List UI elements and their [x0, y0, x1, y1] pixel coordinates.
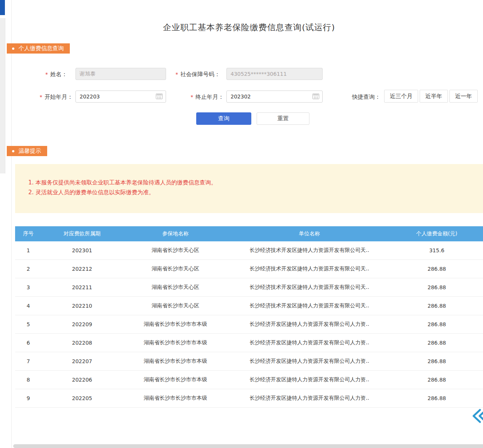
section-label: 个人缴费信息查询 — [18, 45, 64, 52]
tips-notice-box: 1. 本服务仅提供尚未领取企业职工基本养老保险待遇人员的缴费信息查询。 2. 灵… — [15, 164, 483, 213]
cell-unit: 长沙经济技术开发区捷特人力资源开发有限公司天.. — [228, 297, 391, 315]
cell-unit: 长沙经济技术开发区捷特人力资源开发有限公司天.. — [228, 260, 391, 278]
cell-seq: 9 — [15, 389, 42, 407]
cell-period: 202205 — [42, 389, 123, 407]
cell-area: 湖南省长沙市天心区 — [123, 260, 228, 278]
cell-unit: 长沙经济开发区捷特人力资源开发有限公司人力资.. — [228, 352, 391, 370]
cell-period: 202207 — [42, 352, 123, 370]
cell-unit: 长沙经济开发区捷特人力资源开发有限公司人力资.. — [228, 371, 391, 389]
cell-unit: 长沙经济开发区捷特人力资源开发有限公司人力资.. — [228, 315, 391, 333]
col-header-unit: 单位名称 — [228, 226, 391, 241]
table-row: 2 202212 湖南省长沙市天心区 长沙经济技术开发区捷特人力资源开发有限公司… — [15, 260, 483, 278]
quick-query-group: 近三个月 近半年 近一年 — [384, 90, 478, 103]
name-field[interactable] — [75, 68, 166, 80]
quick-btn-last-year[interactable]: 近一年 — [449, 90, 478, 103]
query-button[interactable]: 查询 — [196, 112, 251, 125]
quick-btn-last-half-year[interactable]: 近半年 — [420, 90, 448, 103]
required-asterisk: * — [175, 71, 178, 77]
ssn-field[interactable] — [226, 68, 323, 80]
double-left-chevron-icon[interactable] — [471, 408, 483, 425]
cell-area: 湖南省长沙市长沙市市本级 — [123, 371, 228, 389]
cell-amount: 286.88 — [391, 315, 483, 333]
cell-seq: 6 — [15, 334, 42, 352]
required-asterisk: * — [45, 71, 48, 77]
cell-seq: 5 — [15, 315, 42, 333]
col-header-seq: 序号 — [15, 226, 42, 241]
table-header-row: 序号 对应费款所属期 参保地名称 单位名称 个人缴费金额(元) — [15, 226, 483, 241]
cell-seq: 3 — [15, 278, 42, 296]
start-month-label: *开始年月： — [40, 94, 73, 101]
required-asterisk: * — [191, 94, 193, 100]
page-title: 企业职工基本养老保险缴费信息查询(试运行) — [15, 22, 483, 33]
section-header-tips: 温馨提示 — [7, 146, 47, 156]
cell-period: 202301 — [42, 241, 123, 259]
table-row: 7 202207 湖南省长沙市长沙市市本级 长沙经济开发区捷特人力资源开发有限公… — [15, 352, 483, 371]
end-month-picker — [226, 91, 323, 103]
cell-unit: 长沙经济开发区捷特人力资源开发有限公司人力资.. — [228, 389, 391, 407]
panel-left-border — [11, 0, 12, 448]
horizontal-scrollbar[interactable] — [13, 444, 483, 448]
cell-seq: 1 — [15, 241, 42, 259]
section-label: 温馨提示 — [18, 147, 41, 155]
table-row: 8 202206 湖南省长沙市长沙市市本级 长沙经济开发区捷特人力资源开发有限公… — [15, 371, 483, 389]
cell-area: 湖南省长沙市长沙市市本级 — [123, 334, 228, 352]
table-row: 6 202208 湖南省长沙市长沙市市本级 长沙经济开发区捷特人力资源开发有限公… — [15, 334, 483, 352]
quick-btn-last-3-months[interactable]: 近三个月 — [384, 90, 418, 103]
cell-area: 湖南省长沙市天心区 — [123, 297, 228, 315]
tips-line: 1. 本服务仅提供尚未领取企业职工基本养老保险待遇人员的缴费信息查询。 — [28, 178, 483, 187]
bullet-dot-icon — [12, 150, 14, 152]
ssn-label: *社会保障号码： — [175, 71, 220, 78]
cell-period: 202208 — [42, 334, 123, 352]
cell-amount: 286.88 — [391, 260, 483, 278]
end-month-label: *终止年月： — [191, 94, 224, 101]
cell-area: 湖南省长沙市长沙市市本级 — [123, 352, 228, 370]
corner-accent-block — [0, 0, 5, 15]
start-month-picker — [75, 91, 166, 103]
name-label: *姓名： — [45, 71, 67, 78]
table-row: 1 202301 湖南省长沙市天心区 长沙经济技术开发区捷特人力资源开发有限公司… — [15, 241, 483, 260]
payment-records-table: 序号 对应费款所属期 参保地名称 单位名称 个人缴费金额(元) 1 202301… — [15, 226, 483, 408]
col-header-area: 参保地名称 — [123, 226, 228, 241]
calendar-icon[interactable] — [156, 94, 163, 99]
col-header-period: 对应费款所属期 — [42, 226, 123, 241]
cell-amount: 315.6 — [391, 241, 483, 259]
pension-query-page: 企业职工基本养老保险缴费信息查询(试运行) 个人缴费信息查询 *姓名： *社会保… — [0, 0, 483, 448]
cell-amount: 286.88 — [391, 371, 483, 389]
cell-seq: 8 — [15, 371, 42, 389]
calendar-icon[interactable] — [312, 94, 319, 99]
required-asterisk: * — [40, 94, 42, 100]
table-row: 4 202210 湖南省长沙市天心区 长沙经济技术开发区捷特人力资源开发有限公司… — [15, 297, 483, 315]
cell-amount: 286.88 — [391, 352, 483, 370]
cell-seq: 7 — [15, 352, 42, 370]
cell-seq: 4 — [15, 297, 42, 315]
cell-amount: 286.88 — [391, 389, 483, 407]
end-month-field[interactable] — [226, 91, 323, 103]
section-header-personal-payment-query: 个人缴费信息查询 — [7, 43, 70, 54]
table-row: 3 202211 湖南省长沙市天心区 长沙经济技术开发区捷特人力资源开发有限公司… — [15, 278, 483, 297]
bullet-dot-icon — [12, 48, 14, 50]
cell-period: 202206 — [42, 371, 123, 389]
cell-unit: 长沙经济技术开发区捷特人力资源开发有限公司天.. — [228, 241, 391, 259]
cell-period: 202209 — [42, 315, 123, 333]
cell-seq: 2 — [15, 260, 42, 278]
cell-area: 湖南省长沙市长沙市市本级 — [123, 389, 228, 407]
start-month-field[interactable] — [75, 91, 166, 103]
left-edge-strip — [0, 18, 5, 173]
cell-amount: 286.88 — [391, 278, 483, 296]
cell-period: 202211 — [42, 278, 123, 296]
cell-area: 湖南省长沙市天心区 — [123, 241, 228, 259]
table-row: 5 202209 湖南省长沙市长沙市市本级 长沙经济开发区捷特人力资源开发有限公… — [15, 315, 483, 334]
quick-query-label: 快捷查询： — [352, 94, 380, 101]
table-row: 9 202205 湖南省长沙市长沙市市本级 长沙经济开发区捷特人力资源开发有限公… — [15, 389, 483, 408]
cell-area: 湖南省长沙市天心区 — [123, 278, 228, 296]
cell-amount: 286.88 — [391, 334, 483, 352]
cell-unit: 长沙经济开发区捷特人力资源开发有限公司人力资.. — [228, 334, 391, 352]
cell-unit: 长沙经济技术开发区捷特人力资源开发有限公司天.. — [228, 278, 391, 296]
cell-period: 202212 — [42, 260, 123, 278]
cell-amount: 286.88 — [391, 297, 483, 315]
reset-button[interactable]: 重置 — [257, 112, 309, 125]
cell-period: 202210 — [42, 297, 123, 315]
col-header-amount: 个人缴费金额(元) — [391, 226, 483, 241]
tips-line: 2. 灵活就业人员的缴费单位信息以实际缴费为准。 — [28, 187, 483, 197]
cell-area: 湖南省长沙市长沙市市本级 — [123, 315, 228, 333]
